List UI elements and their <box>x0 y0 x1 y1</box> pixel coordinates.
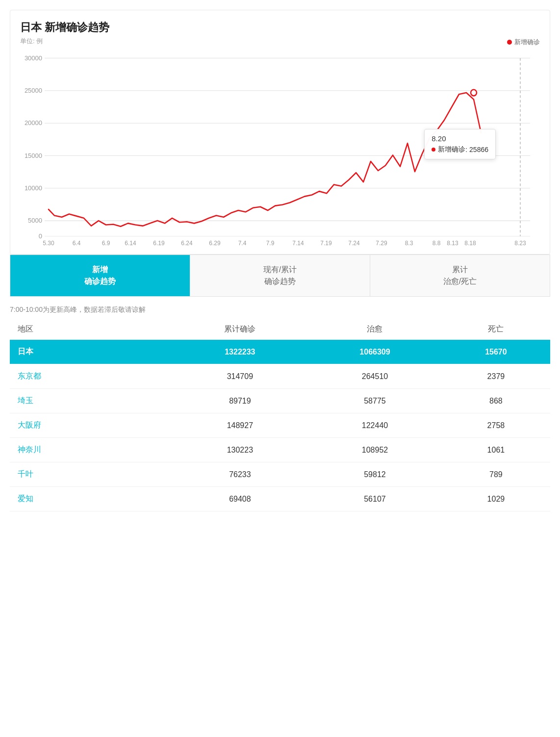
chart-legend: 新增确诊 <box>507 38 540 47</box>
table-cell-recovered: 56107 <box>308 487 442 511</box>
svg-text:7.4: 7.4 <box>238 239 247 246</box>
svg-text:20000: 20000 <box>25 119 42 127</box>
table-cell-deaths: 2758 <box>442 413 550 438</box>
tab-section: 新增确诊趋势 现有/累计确诊趋势 累计治愈/死亡 <box>10 254 550 297</box>
col-confirmed: 累计确诊 <box>172 319 308 340</box>
svg-text:10000: 10000 <box>25 184 42 192</box>
svg-point-15 <box>471 90 477 96</box>
svg-text:6.14: 6.14 <box>125 239 136 246</box>
region-link[interactable]: 千叶 <box>18 470 33 478</box>
svg-text:7.29: 7.29 <box>376 239 387 246</box>
table-cell-confirmed: 148927 <box>172 413 308 438</box>
table-cell-deaths: 868 <box>442 389 550 413</box>
legend-label: 新增确诊 <box>514 38 540 47</box>
svg-text:6.9: 6.9 <box>102 239 110 246</box>
svg-text:6.4: 6.4 <box>73 239 81 246</box>
svg-text:8.3: 8.3 <box>405 239 413 246</box>
region-link[interactable]: 大阪府 <box>18 421 41 429</box>
chart-tooltip: 8.20 新增确诊: 25866 <box>424 129 496 159</box>
table-cell-deaths: 1061 <box>442 438 550 462</box>
table-cell-recovered: 108952 <box>308 438 442 462</box>
table-row: 埼玉8971958775868 <box>10 389 550 413</box>
svg-text:6.19: 6.19 <box>153 239 164 246</box>
svg-text:8.8: 8.8 <box>433 239 441 246</box>
table-cell-region[interactable]: 爱知 <box>10 487 172 511</box>
table-cell-region[interactable]: 大阪府 <box>10 413 172 438</box>
tab-current-confirmed[interactable]: 现有/累计确诊趋势 <box>190 255 370 296</box>
table-cell-confirmed: 76233 <box>172 462 308 487</box>
table-cell-deaths: 1029 <box>442 487 550 511</box>
tab-new-confirmed[interactable]: 新增确诊趋势 <box>10 255 190 296</box>
legend-dot-icon <box>507 40 512 45</box>
region-link[interactable]: 埼玉 <box>18 396 33 405</box>
chart-unit: 单位: 例 <box>20 37 43 46</box>
tooltip-number: 25866 <box>469 146 488 153</box>
svg-text:7.9: 7.9 <box>266 239 275 246</box>
svg-text:8.18: 8.18 <box>464 239 476 246</box>
table-cell-region[interactable]: 埼玉 <box>10 389 172 413</box>
table-cell-region: 日本 <box>10 340 172 364</box>
table-cell-deaths: 2379 <box>442 364 550 389</box>
col-recovered: 治愈 <box>308 319 442 340</box>
tab-cumulative-recovery[interactable]: 累计治愈/死亡 <box>370 255 550 296</box>
tab-new-label: 新增确诊趋势 <box>84 265 116 285</box>
chart-area: 30000 25000 20000 15000 10000 5000 0 5.3… <box>20 53 540 249</box>
svg-text:5000: 5000 <box>28 217 42 224</box>
region-link[interactable]: 爱知 <box>18 494 33 503</box>
table-cell-deaths: 15670 <box>442 340 550 364</box>
chart-title: 日本 新增确诊趋势 <box>20 20 540 35</box>
svg-text:7.24: 7.24 <box>348 239 359 246</box>
table-cell-confirmed: 130223 <box>172 438 308 462</box>
data-table: 地区 累计确诊 治愈 死亡 日本1322233106630915670东京都31… <box>10 319 550 511</box>
region-link[interactable]: 神奈川 <box>18 445 41 454</box>
table-cell-confirmed: 69408 <box>172 487 308 511</box>
chart-section: 日本 新增确诊趋势 单位: 例 新增确诊 30000 25000 2 <box>10 10 550 254</box>
table-cell-deaths: 789 <box>442 462 550 487</box>
table-header-row: 地区 累计确诊 治愈 死亡 <box>10 319 550 340</box>
table-cell-recovered: 59812 <box>308 462 442 487</box>
svg-text:7.14: 7.14 <box>292 239 304 246</box>
svg-text:8.13: 8.13 <box>447 239 458 246</box>
svg-text:0: 0 <box>39 232 42 240</box>
table-row: 大阪府1489271224402758 <box>10 413 550 438</box>
svg-text:25000: 25000 <box>25 87 42 94</box>
table-cell-recovered: 1066309 <box>308 340 442 364</box>
svg-text:7.19: 7.19 <box>320 239 331 246</box>
tooltip-dot-icon <box>432 148 435 152</box>
table-row: 神奈川1302231089521061 <box>10 438 550 462</box>
table-cell-confirmed: 314709 <box>172 364 308 389</box>
table-row: 日本1322233106630915670 <box>10 340 550 364</box>
tooltip-date: 8.20 <box>432 134 488 143</box>
svg-text:30000: 30000 <box>25 54 42 61</box>
svg-text:6.29: 6.29 <box>209 239 220 246</box>
table-cell-recovered: 122440 <box>308 413 442 438</box>
table-row: 爱知69408561071029 <box>10 487 550 511</box>
table-cell-confirmed: 89719 <box>172 389 308 413</box>
table-cell-recovered: 264510 <box>308 364 442 389</box>
region-link[interactable]: 东京都 <box>18 372 41 380</box>
table-cell-recovered: 58775 <box>308 389 442 413</box>
col-deaths: 死亡 <box>442 319 550 340</box>
tab-cumulative-label: 累计治愈/死亡 <box>443 265 477 285</box>
table-row: 千叶7623359812789 <box>10 462 550 487</box>
table-cell-confirmed: 1322233 <box>172 340 308 364</box>
table-row: 东京都3147092645102379 <box>10 364 550 389</box>
svg-text:8.23: 8.23 <box>514 239 526 246</box>
tooltip-value: 新增确诊: 25866 <box>432 145 488 154</box>
svg-text:6.24: 6.24 <box>181 239 192 246</box>
table-cell-region[interactable]: 东京都 <box>10 364 172 389</box>
col-region: 地区 <box>10 319 172 340</box>
table-cell-region[interactable]: 千叶 <box>10 462 172 487</box>
svg-text:15000: 15000 <box>25 152 42 159</box>
table-cell-region[interactable]: 神奈川 <box>10 438 172 462</box>
tab-current-label: 现有/累计确诊趋势 <box>263 265 297 285</box>
svg-text:5.30: 5.30 <box>43 239 54 246</box>
tooltip-label: 新增确诊 <box>438 145 465 154</box>
update-notice: 7:00-10:00为更新高峰，数据若滞后敬请谅解 <box>10 305 550 314</box>
